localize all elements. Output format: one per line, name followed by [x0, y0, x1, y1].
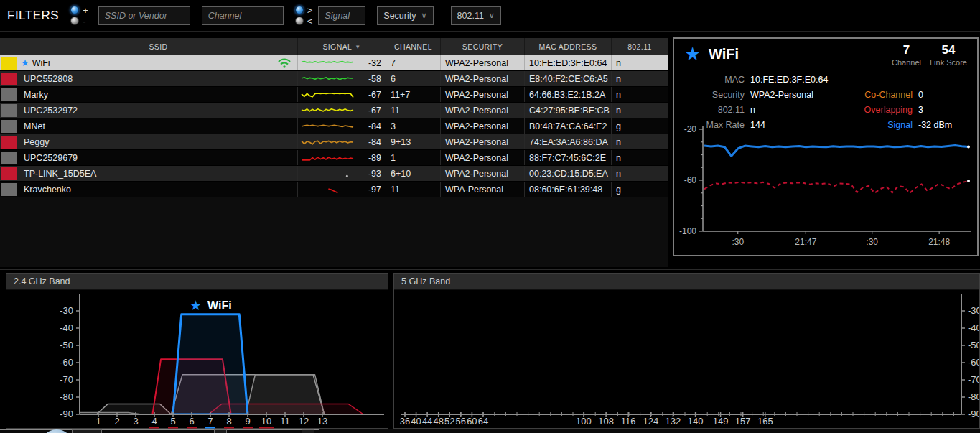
dot11-dropdown-label: 802.11 [457, 11, 484, 21]
dot11-cell: g [612, 182, 668, 197]
svg-text:140: 140 [688, 416, 704, 427]
include-radio-label: + [83, 6, 88, 14]
signal-cell: -84 [298, 118, 386, 134]
signal-cell: -32 [298, 55, 386, 70]
channel-metric: 7 Channel [892, 43, 921, 67]
svg-text:64: 64 [478, 416, 488, 427]
security-cell: WPA2-Personal [441, 134, 525, 149]
band-24ghz-chart: -30-40-50-60-70-80-9012345678910111213★W… [6, 290, 388, 429]
table-row[interactable]: Peggy-849+13WPA2-Personal74:EA:3A:A6:86:… [0, 134, 668, 150]
taskbar-strip [0, 429, 980, 433]
ssid-text: Peggy [19, 137, 49, 147]
dot11-cell: n [612, 103, 668, 118]
ssid-cell: MNet [19, 118, 298, 134]
row-color-swatch [0, 118, 19, 134]
channel-filter-input[interactable] [202, 6, 284, 25]
greater-than-radio[interactable] [295, 6, 304, 14]
security-label: Security [681, 90, 745, 100]
signal-value: -84 [368, 121, 381, 131]
table-row[interactable]: MNet-843WPA2-PersonalB0:48:7A:CA:64:E2g [0, 118, 668, 134]
selected-network-detail-panel: ★ WiFi 7 Channel 54 Link Score MAC10:FE:… [673, 37, 979, 256]
overlapping-label: Overlapping [841, 105, 913, 115]
co-channel-value: 0 [913, 90, 923, 100]
chevron-down-icon: ∨ [421, 11, 426, 20]
ssid-filter-input[interactable] [98, 6, 190, 25]
svg-text:1: 1 [95, 416, 101, 427]
channel-cell: 6 [386, 71, 441, 86]
less-than-radio[interactable] [295, 17, 304, 25]
band-5ghz-title: 5 GHz Band [394, 274, 979, 290]
signal-column-header[interactable]: SIGNAL ▼ [298, 38, 386, 55]
ssid-text: WiFi [32, 58, 50, 68]
svg-text:3: 3 [133, 416, 138, 427]
table-row[interactable]: Kravchenko-9711WPA-Personal08:60:6E:61:3… [0, 182, 668, 197]
signal-sparkline [299, 57, 355, 69]
overlapping-value: 3 [913, 105, 923, 115]
link-score-value: 54 [923, 43, 974, 57]
include-exclude-radio-group: + - [70, 6, 88, 25]
svg-text:6: 6 [189, 416, 194, 427]
favorite-star-icon: ★ [21, 57, 29, 68]
signal-filter-input[interactable] [318, 6, 365, 25]
svg-text:-90: -90 [968, 409, 979, 419]
svg-text:-60: -60 [968, 357, 979, 368]
favorite-star-icon: ★ [190, 298, 202, 313]
ssid-cell: Marky [19, 87, 298, 102]
svg-text:40: 40 [411, 416, 421, 427]
svg-text:108: 108 [598, 416, 614, 427]
signal-cell: -97 [298, 182, 386, 197]
signal-value: -97 [368, 185, 381, 195]
channel-cell: 9+13 [386, 134, 441, 149]
mac-cell: 88:F7:C7:45:6C:2E [525, 150, 612, 165]
ssid-cell: Kravchenko [19, 182, 298, 197]
row-color-swatch [0, 103, 19, 118]
include-radio[interactable] [70, 6, 79, 14]
table-row[interactable]: UPC2532972-6711WPA2-PersonalC4:27:95:BE:… [0, 103, 668, 118]
svg-text:-40: -40 [60, 322, 73, 333]
svg-text:-30: -30 [60, 305, 73, 316]
taskbar-item [72, 429, 102, 433]
channel-cell: 3 [386, 118, 441, 134]
channel-cell: 11+7 [386, 87, 441, 102]
signal-sparkline [299, 88, 355, 101]
mac-cell: E8:40:F2:CE:C6:A5 [525, 71, 612, 86]
ssid-column-header[interactable]: SSID [19, 38, 298, 55]
table-row[interactable]: UPC2529679-891WPA2-Personal88:F7:C7:45:6… [0, 150, 668, 166]
exclude-radio[interactable] [70, 17, 79, 25]
security-dropdown-label: Security [383, 11, 416, 21]
table-row[interactable]: TP-LINK_15D5EA-936+10WPA2-Personal00:23:… [0, 166, 668, 182]
dot11-cell: n [612, 87, 668, 102]
taskbar-item [214, 429, 227, 433]
svg-text:-40: -40 [968, 322, 979, 333]
signal-cell: -67 [298, 103, 386, 118]
mac-cell: C4:27:95:BE:BE:CB [525, 103, 612, 118]
table-row[interactable]: Marky-6711+7WPA2-Personal64:66:B3:E2:1B:… [0, 87, 668, 103]
table-row[interactable]: ★WiFi-327WPA2-Personal10:FE:ED:3F:E0:64n [0, 55, 668, 71]
filters-label: FILTERS [7, 9, 59, 23]
mac-label: MAC [681, 75, 745, 85]
ssid-text: Kravchenko [19, 185, 71, 195]
taskbar-item [302, 429, 314, 433]
signal-sparkline [299, 136, 355, 148]
mac-column-header[interactable]: MAC ADDRESS [525, 38, 612, 55]
ssid-cell: Peggy [19, 134, 298, 149]
channel-column-header[interactable]: CHANNEL [386, 38, 441, 55]
color-column-header [0, 38, 19, 55]
row-color-swatch [0, 150, 19, 165]
security-filter-dropdown[interactable]: Security ∨ [377, 6, 433, 25]
security-column-header[interactable]: SECURITY [441, 38, 525, 55]
table-row[interactable]: UPC552808-586WPA2-PersonalE8:40:F2:CE:C6… [0, 71, 668, 87]
signal-cell: -67 [298, 87, 386, 102]
row-color-swatch [0, 55, 19, 70]
row-color-swatch [0, 182, 19, 197]
series-line [704, 145, 969, 156]
row-color-swatch [0, 71, 19, 86]
svg-text:-100: -100 [679, 226, 696, 236]
dot11-filter-dropdown[interactable]: 802.11 ∨ [451, 6, 501, 25]
svg-text:21:48: 21:48 [928, 237, 950, 247]
svg-text:-80: -80 [968, 391, 979, 402]
svg-text:21:47: 21:47 [795, 237, 816, 247]
dot11-cell: n [612, 134, 668, 149]
row-color-swatch [0, 166, 19, 181]
dot11-column-header[interactable]: 802.11 [612, 38, 668, 55]
